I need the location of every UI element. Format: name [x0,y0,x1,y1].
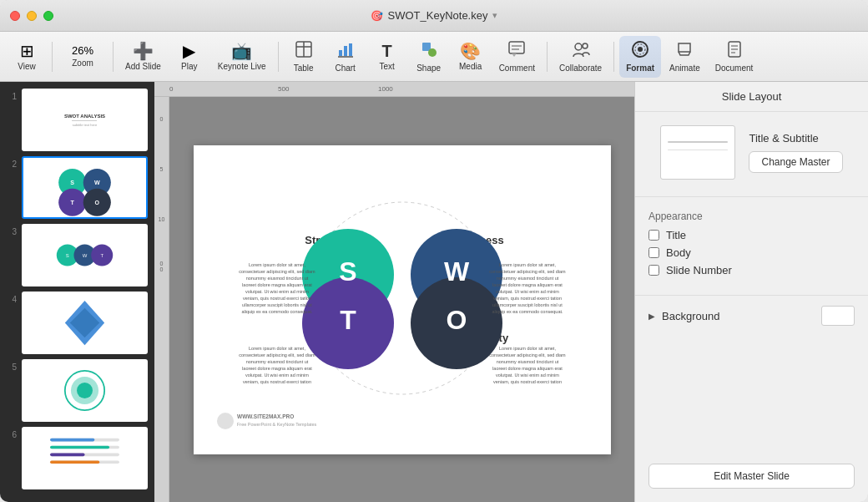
table-button[interactable]: Table [284,36,324,78]
title-checkbox-row: Title [648,229,855,241]
edit-master-button[interactable]: Edit Master Slide [648,464,855,489]
slide-preview-4[interactable] [22,292,148,354]
svg-point-90 [217,413,234,429]
comment-button[interactable]: Comment [492,36,542,78]
app-window: 🎯 SWOT_KeyNote.key ▾ ⊞ View 26% Zoom ➕ A… [0,0,868,502]
svg-text:veniam, quis nostrud exerci ta: veniam, quis nostrud exerci tation [243,379,311,384]
svg-text:T: T [100,253,103,258]
layout-thumbnail [660,125,735,180]
add-slide-button[interactable]: ➕ Add Slide [119,36,168,78]
svg-rect-5 [349,43,352,56]
subtitle-line [668,150,728,150]
slide-thumb-4[interactable]: 4 [7,292,148,354]
traffic-lights [10,11,53,21]
svg-text:volutpat. Ut wisi enim ad mini: volutpat. Ut wisi enim ad minim [245,373,309,378]
separator-5 [613,42,614,72]
table-icon [295,40,313,61]
triangle-disclosure-icon[interactable]: ▶ [648,312,655,321]
text-button[interactable]: T Text [367,36,407,78]
svg-point-39 [77,383,93,398]
background-section: ▶ Background [635,299,868,332]
svg-text:laoreet dolore magna aliquam e: laoreet dolore magna aliquam erat [242,282,312,287]
slide-thumb-1[interactable]: 1 SWOT ANALYSIS subtitle text here [7,89,148,151]
canvas-area: 0 500 1000 0 5 10 00 Strength [154,82,634,502]
keynote-live-button[interactable]: 📺 Keynote Live [211,36,273,78]
title-checkbox[interactable] [648,230,659,241]
side-panel: Slide Layout Title & Subtitle Change Mas… [634,82,868,502]
window-title: 🎯 SWOT_KeyNote.key ▾ [371,9,498,22]
svg-text:S: S [66,253,69,258]
close-button[interactable] [10,11,20,21]
slide-number-checkbox[interactable] [648,265,659,276]
background-row: ▶ Background [648,306,855,326]
text-icon: T [382,43,392,59]
shape-icon [420,40,438,61]
maximize-button[interactable] [43,11,53,21]
body-checkbox-label: Body [666,246,691,259]
svg-text:W: W [443,256,469,286]
canvas-container[interactable]: Strength Weakness Threats Opportunity [169,97,634,502]
appearance-section: Appearance Title Body Slide Number [635,200,868,292]
slide-thumb-6[interactable]: 6 [7,427,148,489]
svg-text:nonummy eiusmod tincidunt ut: nonummy eiusmod tincidunt ut [245,276,308,281]
layout-name: Title & Subtitle [749,132,818,145]
svg-text:consectetuer adipiscing elit, : consectetuer adipiscing elit, sed diam [489,352,566,357]
svg-text:nonummy eiusmod tincidunt ut: nonummy eiusmod tincidunt ut [245,359,308,364]
media-button[interactable]: 🎨 Media [451,36,491,78]
ruler-left: 0 5 10 00 [154,97,169,502]
slide-preview-3[interactable]: S W T [22,224,148,286]
slide-thumb-3[interactable]: 3 S W T [7,224,148,286]
svg-text:laoreet dolore magna aliquam e: laoreet dolore magna aliquam erat [492,366,563,371]
svg-text:aliquip ex ea commodo consequa: aliquip ex ea commodo consequat. [241,309,312,314]
slide-number-checkbox-row: Slide Number [648,264,855,276]
slide-canvas[interactable]: Strength Weakness Threats Opportunity [194,145,611,454]
format-button[interactable]: Format [619,36,661,78]
slide-thumb-5[interactable]: 5 [7,359,148,422]
svg-text:nonummy eiusmod tincidunt ut: nonummy eiusmod tincidunt ut [496,359,558,364]
shape-button[interactable]: Shape [409,36,449,78]
svg-text:laoreet dolore magna aliquam e: laoreet dolore magna aliquam erat [242,366,312,371]
zoom-button[interactable]: 26% Zoom [58,36,108,78]
svg-text:ullamcorper suscipit lobortis : ullamcorper suscipit lobortis nisl ut [242,302,312,307]
title-line [668,141,728,143]
svg-text:consectetuer adipiscing elit, : consectetuer adipiscing elit, sed diam [489,269,566,274]
collaborate-icon [572,40,590,61]
body-checkbox-row: Body [648,246,855,259]
svg-text:volutpat. Ut wisi enim ad mini: volutpat. Ut wisi enim ad minim [496,289,559,294]
view-button[interactable]: ⊞ View [7,36,47,78]
document-icon [725,40,744,61]
background-label: Background [662,310,815,322]
slide-preview-1[interactable]: SWOT ANALYSIS subtitle text here [22,89,148,151]
keynote-live-icon: 📺 [231,43,252,59]
change-master-button[interactable]: Change Master [749,151,842,173]
background-color-swatch[interactable] [821,306,855,326]
title-checkbox-label: Title [666,229,686,241]
svg-rect-4 [344,46,347,56]
minimize-button[interactable] [27,11,37,21]
slide-thumb-2[interactable]: 2 S W [7,156,148,219]
animate-button[interactable]: Animate [663,36,707,78]
slide-preview-2[interactable]: S W T O [22,156,148,219]
svg-text:ullamcorper suscipit lobortis : ullamcorper suscipit lobortis nisl ut [492,302,563,307]
add-slide-icon: ➕ [133,43,154,59]
svg-text:T: T [71,200,75,206]
slide-preview-5[interactable] [22,359,148,422]
svg-text:aliquip ex ea commodo consequa: aliquip ex ea commodo consequat. [492,309,563,314]
svg-text:veniam, quis nostrud exerci ta: veniam, quis nostrud exerci tation [243,296,311,301]
body-checkbox[interactable] [648,247,659,258]
svg-text:Free PowerPoint & KeyNote Temp: Free PowerPoint & KeyNote Templates [237,422,317,427]
collaborate-button[interactable]: Collaborate [553,36,608,78]
svg-text:veniam, quis nostrud exerci ta: veniam, quis nostrud exerci tation [493,379,562,384]
svg-rect-47 [50,460,99,464]
svg-text:consectetuer adipiscing elit, : consectetuer adipiscing elit, sed diam [239,352,315,357]
comment-icon [507,40,526,61]
chart-button[interactable]: Chart [326,36,366,78]
slide-preview-6[interactable] [22,427,148,489]
svg-rect-8 [428,48,437,57]
play-button[interactable]: ▶ Play [169,36,209,78]
svg-text:W: W [83,253,88,258]
svg-text:nonummy eiusmod tincidunt ut: nonummy eiusmod tincidunt ut [496,276,558,281]
document-button[interactable]: Document [709,36,760,78]
toolbar: ⊞ View 26% Zoom ➕ Add Slide ▶ Play 📺 Key… [0,32,868,82]
slide-panel: 1 SWOT ANALYSIS subtitle text here 2 [0,82,154,502]
